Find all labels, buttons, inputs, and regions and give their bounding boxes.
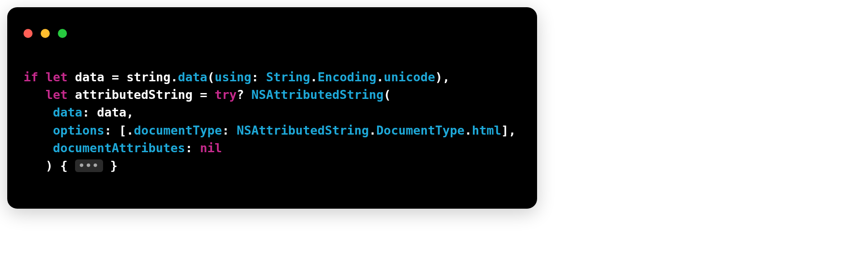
- type-ref: DocumentType: [376, 123, 464, 137]
- colon: :: [185, 141, 193, 155]
- bracket-open: [.: [119, 123, 134, 137]
- code-block: if let data = string.data(using: String.…: [7, 51, 537, 192]
- bracket-close: ],: [501, 123, 516, 137]
- colon: :: [82, 105, 90, 119]
- identifier: data: [75, 70, 104, 84]
- indent: [24, 105, 53, 119]
- keyword-let: let: [46, 70, 68, 84]
- code-line: let attributedString = try? NSAttributed…: [24, 88, 391, 102]
- close-paren-brace: ) {: [46, 159, 75, 173]
- type-ref: unicode: [384, 70, 435, 84]
- space: [229, 123, 236, 137]
- identifier: string: [127, 70, 171, 84]
- indent: [24, 123, 53, 137]
- op-equals: =: [104, 70, 127, 84]
- keyword-if: if: [24, 70, 38, 84]
- dot: .: [170, 70, 178, 84]
- dot: .: [310, 70, 317, 84]
- paren-close: ),: [435, 70, 450, 84]
- dot: .: [464, 123, 472, 137]
- space: [193, 141, 200, 155]
- keyword-try: try: [215, 88, 237, 102]
- type-ref: html: [472, 123, 501, 137]
- type-ref: String: [266, 70, 311, 84]
- keyword-nil: nil: [200, 141, 222, 155]
- paren-open: (: [384, 88, 391, 102]
- arg-value: data,: [90, 105, 134, 119]
- close-brace: }: [103, 159, 118, 173]
- type-ref: NSAttributedString: [236, 123, 369, 137]
- space: [244, 88, 251, 102]
- close-icon[interactable]: [24, 29, 33, 38]
- identifier: attributedString =: [68, 88, 215, 102]
- code-line: data: data,: [24, 105, 134, 119]
- dot: .: [376, 70, 383, 84]
- minimize-icon[interactable]: [41, 29, 50, 38]
- code-line: if let data = string.data(using: String.…: [24, 70, 450, 84]
- zoom-icon[interactable]: [58, 29, 67, 38]
- keyword-let: let: [46, 88, 68, 102]
- arg-label: using: [215, 70, 251, 84]
- code-line: options: [.documentType: NSAttributedStr…: [24, 123, 516, 137]
- code-fold-icon[interactable]: •••: [75, 159, 103, 172]
- indent: [24, 159, 46, 173]
- dict-key: documentType: [134, 123, 222, 137]
- arg-label: data: [53, 105, 82, 119]
- colon: :: [251, 70, 259, 84]
- window-titlebar: [7, 21, 537, 51]
- space: [112, 123, 119, 137]
- colon: :: [104, 123, 112, 137]
- arg-label: documentAttributes: [53, 141, 185, 155]
- dot: .: [369, 123, 376, 137]
- colon: :: [222, 123, 229, 137]
- type-ref: Encoding: [317, 70, 376, 84]
- code-line: ) { ••• }: [24, 159, 118, 173]
- code-window: if let data = string.data(using: String.…: [7, 7, 537, 209]
- space: [259, 70, 266, 84]
- question-mark: ?: [236, 88, 244, 102]
- method-call: data: [178, 70, 207, 84]
- indent: [24, 88, 46, 102]
- indent: [24, 141, 53, 155]
- paren-open: (: [207, 70, 214, 84]
- arg-label: options: [53, 123, 104, 137]
- type-ref: NSAttributedString: [251, 88, 384, 102]
- code-line: documentAttributes: nil: [24, 141, 222, 155]
